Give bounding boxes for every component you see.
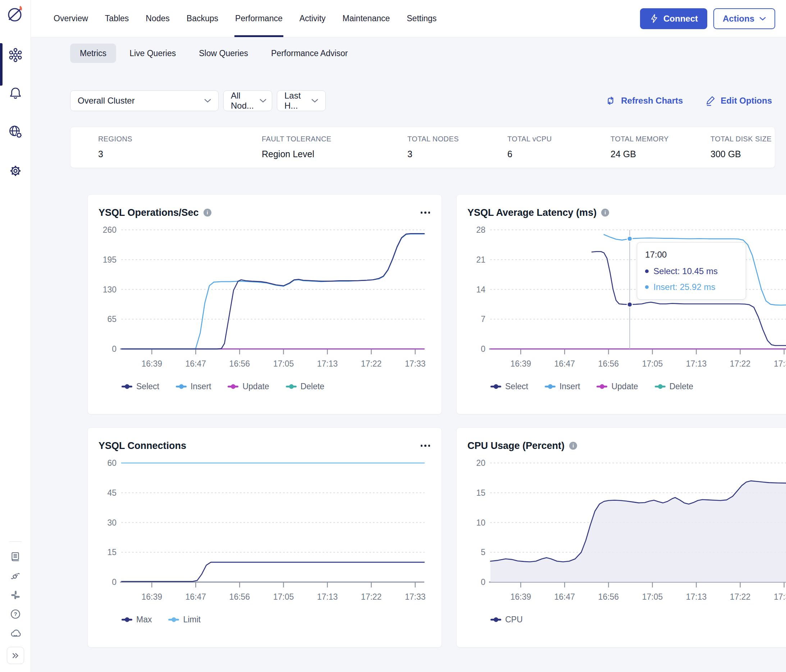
- svg-text:14: 14: [476, 285, 486, 294]
- legend-item-insert[interactable]: Insert: [176, 382, 211, 392]
- legend-item-select[interactable]: Select: [121, 382, 159, 392]
- subtab-live-queries[interactable]: Live Queries: [120, 44, 185, 63]
- tab-settings[interactable]: Settings: [407, 0, 437, 37]
- summary-label: REGIONS: [98, 135, 132, 143]
- help-icon[interactable]: ?: [10, 609, 21, 620]
- tab-backups[interactable]: Backups: [187, 0, 218, 37]
- chart-plot: 60453015016:3916:4716:5617:0517:1317:221…: [99, 460, 431, 605]
- actions-button[interactable]: Actions: [714, 8, 775, 29]
- tab-activity[interactable]: Activity: [300, 0, 326, 37]
- ellipsis-dot: [421, 445, 423, 447]
- info-icon: i: [601, 209, 609, 217]
- legend-item-update[interactable]: Update: [228, 382, 269, 392]
- svg-text:17:05: 17:05: [273, 359, 294, 368]
- legend-label: Max: [136, 615, 152, 625]
- cloud-status-icon[interactable]: [10, 628, 21, 639]
- docs-book-icon[interactable]: [10, 551, 21, 562]
- tooltip-bullet: [645, 285, 649, 289]
- legend-item-limit[interactable]: Limit: [168, 615, 201, 625]
- svg-text:60: 60: [107, 460, 116, 467]
- chart-tooltip: 17:00Select: 10.45 msInsert: 25.92 ms: [637, 242, 746, 300]
- settings-gear-icon[interactable]: [7, 163, 24, 179]
- svg-text:17:05: 17:05: [642, 592, 663, 601]
- legend-item-max[interactable]: Max: [121, 615, 152, 625]
- legend-item-insert[interactable]: Insert: [545, 382, 580, 392]
- legend-item-select[interactable]: Select: [490, 382, 528, 392]
- slack-icon[interactable]: [10, 590, 21, 600]
- tab-nodes[interactable]: Nodes: [146, 0, 169, 37]
- svg-text:16:56: 16:56: [598, 359, 619, 368]
- summary-value: Region Level: [262, 149, 331, 159]
- svg-text:16:47: 16:47: [185, 359, 206, 368]
- network-globe-gear-icon[interactable]: [7, 124, 24, 140]
- connect-button[interactable]: Connect: [640, 8, 707, 29]
- refresh-charts-button[interactable]: Refresh Charts: [605, 95, 683, 107]
- tooltip-row-insert: Insert: 25.92 ms: [645, 282, 738, 292]
- svg-text:20: 20: [476, 460, 486, 467]
- tab-overview[interactable]: Overview: [53, 0, 88, 37]
- ellipsis-dot: [428, 445, 431, 447]
- svg-text:16:39: 16:39: [141, 359, 162, 368]
- legend-label: Insert: [560, 382, 580, 392]
- svg-text:17:13: 17:13: [317, 592, 338, 601]
- tooltip-row-select: Select: 10.45 ms: [645, 266, 738, 276]
- legend-marker: [228, 384, 238, 389]
- refresh-charts-label: Refresh Charts: [621, 96, 683, 106]
- svg-text:16:39: 16:39: [510, 592, 531, 601]
- svg-text:?: ?: [14, 611, 17, 617]
- expand-sidebar-button[interactable]: [7, 647, 24, 664]
- legend-marker: [121, 384, 132, 389]
- legend-item-update[interactable]: Update: [596, 382, 638, 392]
- alerts-bell-icon[interactable]: [8, 86, 24, 101]
- nodes-dropdown[interactable]: All Nod...: [223, 90, 272, 111]
- tab-maintenance[interactable]: Maintenance: [343, 0, 390, 37]
- svg-text:16:56: 16:56: [230, 359, 250, 368]
- svg-text:130: 130: [103, 285, 116, 294]
- svg-text:10: 10: [476, 518, 486, 527]
- yugabyte-logo-icon[interactable]: [5, 3, 26, 24]
- legend-item-cpu[interactable]: CPU: [490, 615, 523, 625]
- chart-plot: 2015105016:3916:4716:5617:0517:1317:2217…: [467, 460, 786, 605]
- chart-legend: CPU: [490, 615, 786, 625]
- svg-text:21: 21: [476, 255, 486, 264]
- actions-label: Actions: [723, 14, 755, 24]
- chart-title: CPU Usage (Percent): [467, 440, 564, 452]
- filters-row: Overall Cluster All Nod... Last H... Ref…: [70, 90, 772, 111]
- svg-text:17:22: 17:22: [730, 359, 751, 368]
- svg-text:17:05: 17:05: [642, 359, 663, 368]
- edit-options-button[interactable]: Edit Options: [704, 95, 772, 107]
- tab-tables[interactable]: Tables: [105, 0, 129, 37]
- legend-label: Delete: [300, 382, 324, 392]
- tooltip-text: Insert: 25.92 ms: [653, 282, 715, 292]
- refresh-icon: [605, 95, 616, 107]
- legend-item-delete[interactable]: Delete: [286, 382, 324, 392]
- summary-value: 3: [407, 149, 459, 159]
- integrations-plug-icon[interactable]: [10, 571, 21, 581]
- summary-item-fault-tolerance: FAULT TOLERANCERegion Level: [262, 135, 331, 159]
- svg-text:17:33: 17:33: [774, 359, 786, 368]
- legend-label: Update: [242, 382, 269, 392]
- subtab-metrics[interactable]: Metrics: [70, 44, 116, 63]
- chart-menu-button[interactable]: [420, 209, 431, 216]
- time-range-dropdown[interactable]: Last H...: [277, 90, 326, 111]
- chart-card-ysql-average-latency-ms: YSQL Average Latency (ms)i2821147016:391…: [456, 194, 786, 414]
- clusters-icon[interactable]: [7, 47, 24, 63]
- cluster-dropdown[interactable]: Overall Cluster: [70, 90, 219, 111]
- ellipsis-dot: [424, 445, 426, 447]
- tab-performance[interactable]: Performance: [235, 0, 283, 37]
- subtab-slow-queries[interactable]: Slow Queries: [189, 44, 258, 63]
- chart-menu-button[interactable]: [420, 442, 431, 449]
- legend-item-delete[interactable]: Delete: [655, 382, 693, 392]
- chart-card-ysql-operations-sec: YSQL Operations/Seci26019513065016:3916:…: [87, 194, 442, 414]
- legend-label: Update: [611, 382, 638, 392]
- svg-text:0: 0: [112, 344, 116, 354]
- bolt-icon: [649, 14, 659, 24]
- legend-marker: [168, 617, 179, 622]
- cluster-summary-card: REGIONS3FAULT TOLERANCERegion LevelTOTAL…: [70, 127, 775, 168]
- subtab-performance-advisor[interactable]: Performance Advisor: [261, 44, 357, 63]
- svg-text:16:39: 16:39: [510, 359, 531, 368]
- svg-text:195: 195: [103, 255, 116, 264]
- summary-item-total-vcpu: TOTAL vCPU6: [507, 135, 552, 159]
- ellipsis-dot: [421, 211, 423, 214]
- chart-title: YSQL Operations/Sec: [99, 207, 199, 218]
